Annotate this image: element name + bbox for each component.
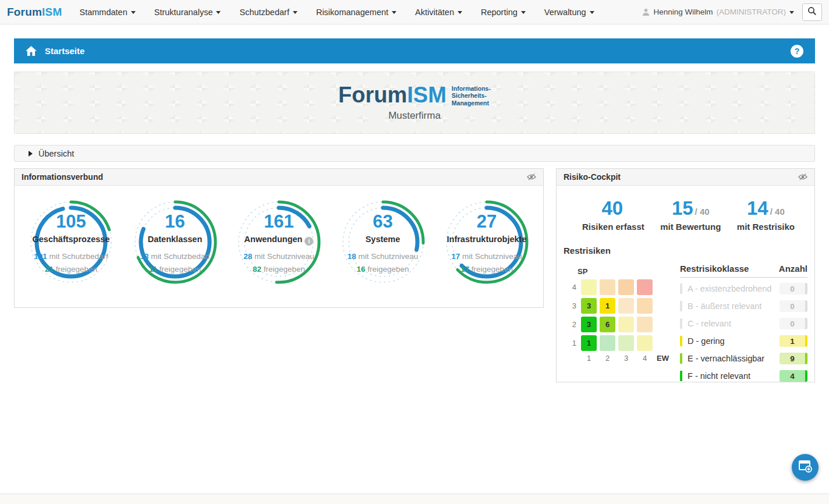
nav-item-aktivitaeten[interactable]: Aktivitäten xyxy=(415,8,462,17)
chevron-down-icon xyxy=(789,11,794,14)
risk-stat-suffix: / 40 xyxy=(770,207,785,216)
matrix-cell-sp2-ew1: 3 xyxy=(581,317,597,332)
class-count-badge: 4 xyxy=(780,370,807,382)
class-row-b: B - äußerst relevant0 xyxy=(680,297,807,315)
restrisiken-title: Restrisiken xyxy=(557,242,814,255)
risk-stat-suffix: / 40 xyxy=(695,207,710,216)
stat-value: 63 xyxy=(331,211,435,232)
risk-stat-value: 14 xyxy=(747,197,768,219)
class-color-bar xyxy=(680,318,682,329)
class-row-f: F - nicht relevant4 xyxy=(680,367,807,385)
stat-line2: 21 freigegeben xyxy=(19,265,123,274)
classes-header-count: Anzahl xyxy=(779,264,807,274)
matrix-cell-sp3-ew3 xyxy=(618,298,634,314)
hero-brand: ForumISM xyxy=(338,84,447,106)
class-row-d: D - gering1 xyxy=(680,332,807,350)
matrix-x-axis: 1234EW xyxy=(564,354,680,363)
nav-item-label: Stammdaten xyxy=(80,8,127,17)
risk-stat-mit-bewertung: 15/ 40mit Bewertung xyxy=(660,198,721,232)
footer-strip xyxy=(0,494,829,504)
class-count-badge: 0 xyxy=(780,300,807,312)
class-color-bar xyxy=(680,336,682,346)
class-label: E - vernachlässigbar xyxy=(688,354,764,363)
stat-line2: 82 freigegeben xyxy=(227,265,331,274)
matrix-cell-sp1-ew2 xyxy=(600,335,615,351)
matrix-cell-sp1-ew1: 1 xyxy=(581,335,597,351)
matrix-row-label: 3 xyxy=(564,301,576,310)
add-window-icon xyxy=(798,459,812,475)
nav-item-risikomanagement[interactable]: Risikomanagement xyxy=(316,8,396,17)
eye-slash-icon[interactable] xyxy=(527,173,536,181)
info-stats-row: 105Geschäftsprozesse101 mit Schutzbedarf… xyxy=(15,186,543,300)
stat-line2: 16 freigegeben xyxy=(331,265,435,274)
matrix-row-label: 2 xyxy=(564,320,576,329)
app-logo[interactable]: ForumISM xyxy=(7,6,62,19)
class-count-badge: 9 xyxy=(780,353,807,364)
stat-donut-geschäftsprozesse: 105Geschäftsprozesse101 mit Schutzbedarf… xyxy=(19,194,123,300)
stat-donut-systeme: 63Systeme18 mit Schutzniveau16 freigegeb… xyxy=(331,194,435,300)
matrix-cell-sp1-ew3 xyxy=(618,335,634,351)
eye-slash-icon[interactable] xyxy=(798,173,807,181)
company-name: Musterfirma xyxy=(388,110,441,122)
matrix-row-sp-2: 236 xyxy=(564,317,680,332)
nav-item-stammdaten[interactable]: Stammdaten xyxy=(80,8,136,17)
overview-toggle[interactable]: Übersicht xyxy=(14,145,815,162)
matrix-row-sp-4: 4 xyxy=(564,279,680,295)
nav-item-reporting[interactable]: Reporting xyxy=(481,8,526,17)
hero-tagline: Informations- Sicherheits- Management xyxy=(452,85,491,107)
risk-matrix: SP 433123611 1234EW xyxy=(564,260,680,385)
class-row-a: A - existenzbedrohend0 xyxy=(680,280,807,297)
add-widget-button[interactable] xyxy=(792,454,819,481)
matrix-col-label: 3 xyxy=(618,354,634,363)
magnifier-icon xyxy=(807,6,817,18)
class-label: C - relevant xyxy=(688,319,731,328)
classes-header-label: Restrisikoklasse xyxy=(680,264,749,274)
restrisikoklasse-table: Restrisikoklasse Anzahl A - existenzbedr… xyxy=(680,260,807,385)
stat-donut-datenklassen: 16Datenklassen13 mit Schutzbedarf11 frei… xyxy=(123,194,227,300)
chevron-down-icon xyxy=(131,11,136,14)
nav-menu: StammdatenStrukturanalyseSchutzbedarfRis… xyxy=(80,8,643,17)
risk-stat-value: 15 xyxy=(672,197,693,219)
stat-line2: 17 freigegeben xyxy=(435,265,539,274)
class-count-badge: 1 xyxy=(780,335,807,347)
risk-stat-mit-restrisiko: 14/ 40mit Restrisiko xyxy=(737,198,795,232)
top-navbar: ForumISM StammdatenStrukturanalyseSchutz… xyxy=(0,0,829,24)
nav-item-label: Risikomanagement xyxy=(316,8,388,17)
chevron-down-icon xyxy=(590,11,594,14)
matrix-row-sp-1: 11 xyxy=(564,335,680,351)
user-menu[interactable]: Henning Wilhelm (ADMINISTRATOR) xyxy=(642,8,794,16)
matrix-row-label: 4 xyxy=(564,283,576,292)
class-count-badge: 0 xyxy=(780,283,807,294)
matrix-x-axis-label: EW xyxy=(657,354,669,363)
matrix-cell-sp3-ew2: 1 xyxy=(600,298,615,314)
stat-label: Anwendungeni xyxy=(227,235,331,246)
search-button[interactable] xyxy=(802,3,822,21)
risk-stat-label: mit Bewertung xyxy=(660,222,721,232)
collapse-arrow-icon xyxy=(29,151,33,157)
nav-item-verwaltung[interactable]: Verwaltung xyxy=(544,8,594,17)
info-icon[interactable]: i xyxy=(304,237,313,246)
class-color-bar xyxy=(680,353,682,364)
class-row-e: E - vernachlässigbar9 xyxy=(680,350,807,367)
stat-label: Datenklassen xyxy=(123,235,227,244)
class-label: D - gering xyxy=(688,336,725,346)
page-title: Startseite xyxy=(45,46,84,56)
help-button[interactable]: ? xyxy=(791,45,803,58)
home-icon[interactable] xyxy=(26,46,37,56)
class-color-bar xyxy=(680,283,682,294)
risk-stat-risiken-erfasst: 40Risiken erfasst xyxy=(582,198,644,232)
nav-item-label: Strukturanalyse xyxy=(154,8,213,17)
chevron-down-icon xyxy=(458,11,462,14)
stat-value: 16 xyxy=(123,211,227,232)
class-color-bar xyxy=(680,301,682,311)
informationsverbund-title: Informationsverbund xyxy=(22,172,103,182)
nav-item-strukturanalyse[interactable]: Strukturanalyse xyxy=(154,8,221,17)
chevron-down-icon xyxy=(392,11,396,14)
nav-item-schutzbedarf[interactable]: Schutzbedarf xyxy=(239,8,297,17)
classes-table-header: Restrisikoklasse Anzahl xyxy=(680,264,807,278)
class-count-badge: 0 xyxy=(780,318,807,329)
user-role: (ADMINISTRATOR) xyxy=(717,8,787,16)
matrix-y-axis-label: SP xyxy=(578,267,680,276)
stat-label: Geschäftsprozesse xyxy=(19,235,123,244)
matrix-cell-sp4-ew4 xyxy=(637,279,653,295)
